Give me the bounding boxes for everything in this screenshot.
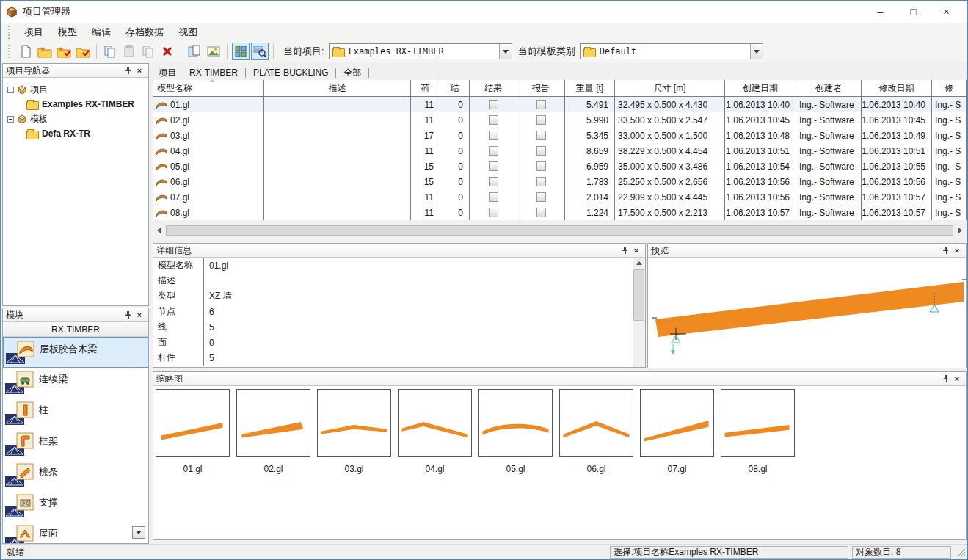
tab-project[interactable]: 项目: [153, 65, 182, 81]
picture-icon[interactable]: [205, 43, 222, 60]
archive-project-icon[interactable]: [74, 43, 92, 60]
cell-modifier[interactable]: Ing.- S: [932, 174, 967, 189]
cell-modifier[interactable]: Ing.- S: [932, 205, 967, 220]
result-checkbox[interactable]: [489, 177, 498, 186]
cell-created-date[interactable]: 1.06.2013 10:45: [725, 112, 796, 128]
new-project-icon[interactable]: ★: [36, 43, 54, 60]
table-row[interactable]: 07.gl1102.01422.909 x 0.500 x 4.4451.06.…: [153, 189, 967, 205]
thumbnail-card[interactable]: 06.gl: [559, 389, 633, 474]
result-checkbox[interactable]: [489, 100, 498, 109]
report-checkbox[interactable]: [536, 131, 546, 140]
tree-item-default-template[interactable]: Defa RX-TR: [6, 126, 145, 141]
result-checkbox[interactable]: [489, 208, 498, 217]
thumbnail-card[interactable]: 08.gl: [721, 389, 795, 474]
cell-model-name[interactable]: 03.gl: [153, 128, 264, 143]
details-vertical-scrollbar[interactable]: [633, 258, 645, 367]
cell-weight[interactable]: 1.783: [565, 174, 615, 189]
detail-view-icon[interactable]: [251, 43, 269, 60]
clipboard-icon[interactable]: [186, 43, 203, 60]
cell-result-cases[interactable]: 0: [440, 143, 470, 159]
module-item-continuous-beam[interactable]: 连续梁: [3, 368, 148, 399]
resize-grip[interactable]: [956, 547, 966, 557]
cell-load-cases[interactable]: 17: [411, 128, 440, 143]
cell-load-cases[interactable]: 11: [411, 189, 440, 205]
thumbnail-card[interactable]: 03.gl: [317, 389, 391, 474]
cell-modifier[interactable]: Ing.- S: [932, 112, 967, 128]
cell-weight[interactable]: 2.014: [565, 189, 615, 205]
module-item-glulam-beam[interactable]: 层板胶合木梁: [3, 337, 148, 368]
cell-result-cases[interactable]: 0: [440, 189, 470, 205]
cell-modified-date[interactable]: 1.06.2013 10:57: [862, 205, 932, 220]
cell-size[interactable]: 17.500 x 0.500 x 2.213: [615, 205, 725, 220]
new-model-icon[interactable]: [17, 43, 34, 60]
col-modified-date[interactable]: 修改日期: [862, 80, 932, 96]
pin-icon[interactable]: [122, 310, 134, 321]
template-category-combo[interactable]: Default: [580, 43, 763, 59]
cell-model-name[interactable]: 01.gl: [153, 97, 264, 112]
table-row[interactable]: 06.gl1501.78325.250 x 0.500 x 2.6561.06.…: [153, 174, 967, 189]
delete-icon[interactable]: [159, 43, 176, 60]
col-weight[interactable]: 重量 [t]: [565, 80, 615, 96]
col-report[interactable]: 报告: [517, 80, 565, 96]
tab-plate-buckling[interactable]: PLATE-BUCKLING: [247, 66, 334, 79]
menubar-grip[interactable]: [8, 26, 12, 39]
cell-weight[interactable]: 5.990: [565, 112, 615, 128]
table-row[interactable]: 05.gl1506.95935.000 x 0.500 x 3.4861.06.…: [153, 159, 967, 174]
cell-size[interactable]: 25.250 x 0.500 x 2.656: [615, 174, 725, 189]
chevron-down-icon[interactable]: [499, 44, 512, 59]
report-checkbox[interactable]: [536, 100, 546, 109]
tab-all[interactable]: 全部: [338, 65, 367, 81]
col-results[interactable]: 结果: [470, 80, 517, 96]
cell-weight[interactable]: 1.224: [565, 205, 615, 220]
result-checkbox[interactable]: [489, 161, 498, 171]
table-row[interactable]: 03.gl1705.34533.000 x 0.500 x 1.5001.06.…: [153, 128, 967, 143]
menu-edit[interactable]: 编辑: [85, 23, 117, 41]
chevron-down-icon[interactable]: [750, 44, 763, 59]
cell-model-name[interactable]: 06.gl: [153, 174, 264, 189]
cell-created-date[interactable]: 1.06.2013 10:40: [725, 97, 796, 112]
expander-icon[interactable]: [7, 87, 14, 93]
copy-model-icon[interactable]: [139, 43, 157, 60]
menu-project[interactable]: 项目: [18, 23, 50, 41]
cell-modifier[interactable]: Ing.- S: [932, 159, 967, 174]
table-row[interactable]: 02.gl1105.99033.500 x 0.500 x 2.5471.06.…: [153, 112, 967, 128]
col-modifier[interactable]: 修: [932, 80, 967, 96]
menu-archive-data[interactable]: 存档数据: [119, 23, 170, 41]
cell-description[interactable]: [264, 189, 411, 205]
cell-creator[interactable]: Ing.- Software: [796, 189, 862, 205]
result-checkbox[interactable]: [489, 115, 498, 125]
scrollbar-thumb[interactable]: [166, 225, 953, 236]
cell-result-cases[interactable]: 0: [440, 174, 470, 189]
toolbar-grip[interactable]: [8, 45, 12, 58]
pin-icon[interactable]: [939, 374, 951, 385]
cell-result-cases[interactable]: 0: [440, 97, 470, 112]
cell-modifier[interactable]: Ing.- S: [932, 128, 967, 143]
cell-description[interactable]: [264, 143, 411, 159]
close-icon[interactable]: ×: [134, 65, 145, 76]
close-icon[interactable]: ×: [951, 245, 963, 256]
cell-result-cases[interactable]: 0: [440, 112, 470, 128]
report-checkbox[interactable]: [536, 208, 546, 217]
cell-weight[interactable]: 5.345: [565, 128, 615, 143]
expander-icon[interactable]: [7, 116, 14, 123]
cell-model-name[interactable]: 08.gl: [153, 205, 264, 220]
cell-result-cases[interactable]: 0: [440, 205, 470, 220]
cell-load-cases[interactable]: 11: [411, 143, 440, 159]
cell-load-cases[interactable]: 11: [411, 112, 440, 128]
cell-description[interactable]: [264, 159, 411, 174]
report-checkbox[interactable]: [536, 115, 546, 125]
cell-load-cases[interactable]: 15: [411, 174, 440, 189]
minimize-button[interactable]: –: [864, 1, 897, 22]
copy-icon[interactable]: [101, 43, 119, 60]
pin-icon[interactable]: [939, 245, 951, 256]
cell-modifier[interactable]: Ing.- S: [932, 189, 967, 205]
cell-description[interactable]: [264, 128, 411, 143]
cell-created-date[interactable]: 1.06.2013 10:56: [725, 174, 796, 189]
cell-modifier[interactable]: Ing.- S: [932, 143, 967, 159]
menu-model[interactable]: 模型: [51, 23, 84, 41]
tree-item-examples-rx-timber[interactable]: Examples RX-TIMBER: [6, 97, 145, 112]
cell-weight[interactable]: 8.659: [565, 143, 615, 159]
report-checkbox[interactable]: [536, 177, 546, 186]
thumbnail-card[interactable]: 04.gl: [398, 389, 472, 474]
cell-creator[interactable]: Ing.- Software: [796, 97, 862, 112]
